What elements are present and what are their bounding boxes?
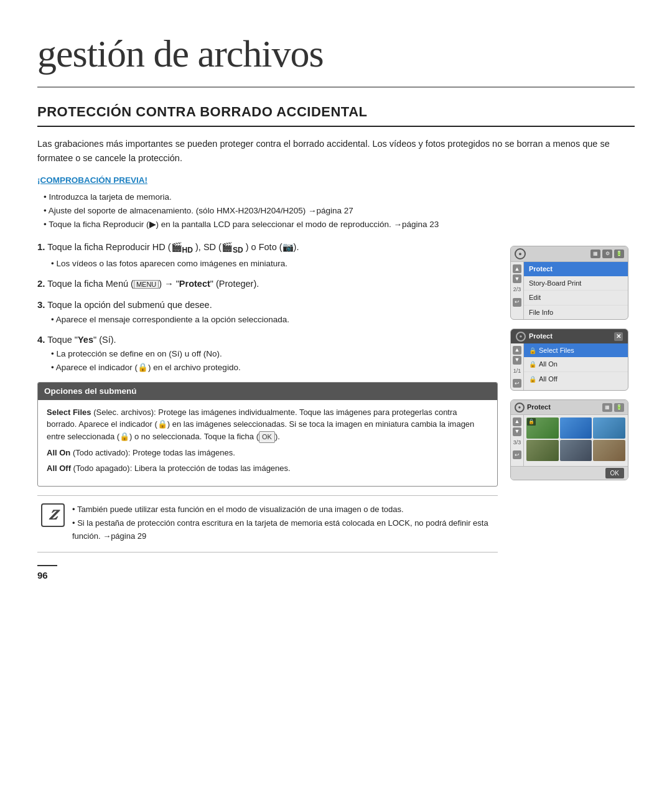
step-3-sub-1: Aparece el mensaje correspondiente a la … — [51, 313, 498, 327]
arrow-down-2[interactable]: ▼ — [513, 356, 521, 365]
step-1-sub-1: Los vídeos o las fotos aparecen como imá… — [51, 257, 498, 271]
check-list: Introduzca la tarjeta de memoria. Ajuste… — [37, 191, 635, 231]
all-off-icon: 🔒 — [529, 375, 536, 384]
protect-title: Protect — [529, 331, 553, 342]
page-num-1: 2/3 — [513, 286, 521, 294]
all-off-text: All Off — [539, 374, 558, 385]
arrow-down[interactable]: ▼ — [513, 274, 521, 283]
step-4-num: 4. — [37, 334, 45, 345]
thumb-grid: 🔒 — [526, 417, 625, 461]
submenu-box-title: Opciones del submenú — [38, 383, 497, 400]
nav-arrows-col-2: ▲ ▼ 1/1 ↩ — [511, 343, 524, 391]
step-1-sub: Los vídeos o las fotos aparecen como imá… — [37, 257, 498, 271]
back-btn-2[interactable]: ↩ — [513, 379, 521, 388]
all-off-item[interactable]: 🔒 All Off — [524, 372, 628, 386]
right-column: ● ▦ ⚙ 🔋 ▲ ▼ 2/3 ↩ Protect Story-Board Pr… — [510, 240, 635, 553]
submenu-content: Select Files (Selec. archivos): Protege … — [47, 406, 488, 475]
widget-thumb-body: ▲ ▼ 3/3 ↩ 🔒 — [511, 415, 628, 466]
arrow-up-2[interactable]: ▲ — [513, 346, 521, 355]
thumb-header-icon2: 🔋 — [614, 403, 624, 412]
thumb-2[interactable] — [560, 417, 592, 439]
submenu-item-1: Select Files (Selec. archivos): Protege … — [47, 406, 488, 443]
select-files-text: Select Files — [539, 345, 574, 356]
ok-button[interactable]: OK — [605, 468, 624, 478]
note-icon: 𝒁 — [41, 503, 65, 527]
header-icon-gear: ⚙ — [602, 249, 612, 258]
protect-select-icon: 🔒 — [529, 346, 536, 355]
page-number: 96 — [37, 565, 57, 583]
thumb-3[interactable] — [593, 417, 625, 439]
back-btn-3[interactable]: ↩ — [513, 450, 521, 459]
protect-label: Protect — [179, 279, 210, 289]
all-on-label: All On — [47, 448, 70, 457]
widget-thumbnails: ● Protect ▦ 🔋 ▲ ▼ 3/3 ↩ 🔒 — [510, 399, 628, 480]
widget-menu-body: ▲ ▼ 2/3 ↩ Protect Story-Board Print Edit… — [511, 262, 628, 319]
ok-inline: OK — [259, 431, 275, 443]
icon-hd: 🎬HD — [171, 242, 193, 252]
select-files-item[interactable]: 🔒 Select Files — [524, 343, 628, 358]
step-1: 1. Toque la ficha Reproducir HD (🎬HD ), … — [37, 240, 498, 270]
step-4-sub-1: La protección se define en on (Sí) u off… — [51, 347, 498, 361]
menu-item-edit[interactable]: Edit — [524, 291, 628, 305]
menu-item-protect[interactable]: Protect — [524, 262, 628, 276]
widget-protect-body: ▲ ▼ 1/1 ↩ 🔒 Select Files 🔒 All On � — [511, 343, 628, 391]
check-item-1: Introduzca la tarjeta de memoria. — [44, 191, 635, 203]
header-icon-batt: 🔋 — [614, 249, 624, 258]
note-list: También puede utilizar esta función en e… — [72, 503, 494, 544]
note-box: 𝒁 También puede utilizar esta función en… — [37, 495, 498, 553]
protect-header-left: ● Protect — [516, 331, 553, 342]
nav-arrows-col-3: ▲ ▼ 3/3 ↩ — [511, 415, 524, 466]
step-4: 4. Toque "Yes" (Sí). La protección se de… — [37, 332, 498, 374]
yes-label: Yes — [78, 335, 93, 345]
widget-menu-header: ● ▦ ⚙ 🔋 — [511, 246, 628, 262]
menu-items-list: Protect Story-Board Print Edit File Info — [524, 262, 628, 319]
check-title: ¡COMPROBACIÓN PREVIA! — [37, 174, 635, 187]
step-3-num: 3. — [37, 299, 45, 310]
section-title: PROTECCIÓN CONTRA BORRADO ACCIDENTAL — [37, 101, 635, 127]
thumb-header-icons: ▦ 🔋 — [602, 403, 624, 412]
check-item-3: Toque la ficha Reproducir (▶) en la pant… — [44, 218, 635, 231]
icon-sd: 🎬SD — [222, 242, 243, 252]
check-item-2: Ajuste del soporte de almacenamiento. (s… — [44, 205, 635, 217]
protect-items-list: 🔒 Select Files 🔒 All On 🔒 All Off — [524, 343, 628, 391]
thumb-cam-icon: ● — [515, 403, 525, 413]
widget-menu: ● ▦ ⚙ 🔋 ▲ ▼ 2/3 ↩ Protect Story-Board Pr… — [510, 246, 628, 320]
submenu-box: Opciones del submenú Select Files (Selec… — [37, 382, 498, 487]
widget-protect-header: ● Protect ✕ — [511, 329, 628, 343]
note-2: Si la pestaña de protección contra escri… — [72, 517, 494, 543]
page-num-2: 1/1 — [513, 367, 521, 376]
submenu-item-3: All Off (Todo apagado): Libera la protec… — [47, 462, 488, 475]
step-2-num: 2. — [37, 278, 45, 289]
step-4-sub-2: Aparece el indicador (🔒) en el archivo p… — [51, 361, 498, 375]
thumb-protect-label: Protect — [527, 402, 551, 413]
thumb-5[interactable] — [560, 440, 592, 461]
all-on-icon: 🔒 — [529, 360, 536, 369]
intro-paragraph: Las grabaciones más importantes se puede… — [37, 137, 635, 166]
thumb-4[interactable] — [526, 440, 559, 461]
step-3: 3. Toque la opción del submenú que desee… — [37, 297, 498, 326]
back-btn-1[interactable]: ↩ — [513, 298, 521, 307]
arrow-up-3[interactable]: ▲ — [513, 417, 521, 426]
all-on-item[interactable]: 🔒 All On — [524, 357, 628, 372]
thumb-grid-area: 🔒 — [524, 415, 628, 466]
select-files-es: (Selec. archivos) — [93, 408, 154, 417]
thumb-6[interactable] — [593, 440, 625, 461]
step-1-num: 1. — [37, 241, 45, 252]
page-title: gestión de archivos — [37, 25, 635, 88]
header-icon-grid: ▦ — [590, 249, 600, 258]
close-btn[interactable]: ✕ — [614, 332, 623, 341]
thumb-1[interactable]: 🔒 — [526, 417, 559, 439]
all-off-label: All Off — [47, 464, 71, 473]
all-on-text: All On — [539, 359, 558, 370]
arrow-down-3[interactable]: ▼ — [513, 427, 521, 436]
cam-icon-1: ● — [515, 248, 526, 259]
select-files-label: Select Files — [47, 408, 91, 417]
widget-thumb-header: ● Protect ▦ 🔋 — [511, 400, 628, 415]
main-content: 1. Toque la ficha Reproducir HD (🎬HD ), … — [37, 240, 635, 553]
arrow-up[interactable]: ▲ — [513, 264, 521, 273]
widget-protect: ● Protect ✕ ▲ ▼ 1/1 ↩ 🔒 Select Files — [510, 329, 628, 391]
menu-item-storyboard[interactable]: Story-Board Print — [524, 276, 628, 291]
menu-icon: MENU — [134, 280, 159, 289]
menu-item-fileinfo[interactable]: File Info — [524, 305, 628, 320]
thumb-1-lock: 🔒 — [527, 418, 536, 426]
